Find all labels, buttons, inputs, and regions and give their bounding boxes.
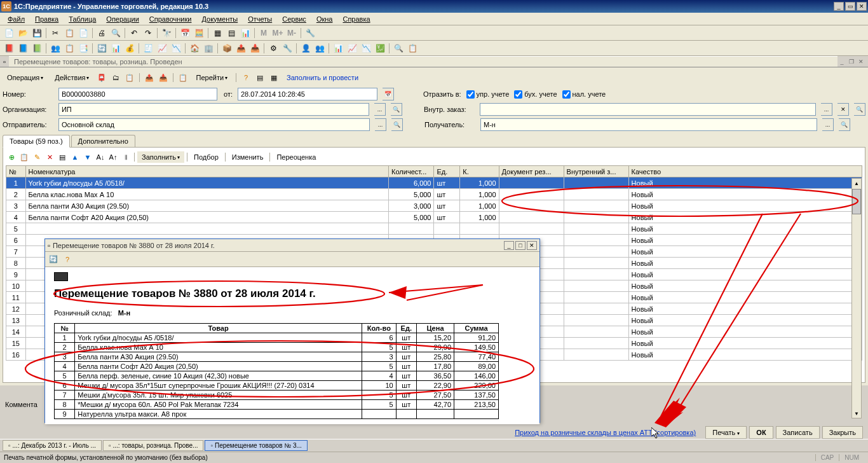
int-order-open-button[interactable]: 🔍 — [854, 103, 865, 116]
maximize-button[interactable]: ▭ — [845, 2, 855, 11]
tb2-25[interactable]: 💹 — [374, 42, 386, 55]
chk-upr[interactable]: упр. учете — [466, 90, 510, 99]
grid-col-header[interactable]: Внутренний з... — [564, 166, 628, 177]
table-row[interactable]: 2Белла клас.нова Мах А 105,000шт1,000Нов… — [6, 189, 862, 200]
doc-restore-button[interactable]: ❐ — [847, 57, 856, 66]
grid-icon[interactable]: ▤ — [225, 27, 238, 39]
save-icon[interactable]: 💾 — [31, 27, 43, 39]
report-titlebar[interactable]: ▫ Перемещение товаров № 3880 от 28 июля … — [45, 239, 539, 252]
tab-goods[interactable]: Товары (59 поз.) — [3, 135, 70, 148]
open-icon[interactable]: 📂 — [17, 27, 29, 39]
minimize-button[interactable]: _ — [834, 2, 844, 11]
menu-catalogs[interactable]: Справочники — [144, 14, 197, 24]
ok-button[interactable]: ОК — [749, 426, 773, 439]
menu-reports[interactable]: Отчеты — [243, 14, 277, 24]
grid-copy-icon[interactable]: 📋 — [18, 151, 30, 163]
sender-open-button[interactable]: 🔍 — [391, 118, 403, 131]
tb2-12[interactable]: 📉 — [170, 42, 182, 55]
grid-up-icon[interactable]: ▤ — [57, 151, 68, 163]
footer-link-button[interactable]: Приход на розничные склады в ценах АТТ (… — [508, 426, 703, 439]
tb2-16[interactable]: 📤 — [234, 42, 247, 55]
action-list-icon[interactable]: 📋 — [177, 72, 189, 83]
save-button[interactable]: Записать — [776, 426, 820, 439]
menu-operations[interactable]: Операции — [101, 14, 144, 24]
actions-menu[interactable]: Действия▾ — [50, 72, 93, 83]
tb2-19[interactable]: 🔧 — [281, 42, 294, 55]
menu-edit[interactable]: Правка — [30, 14, 64, 24]
tab-additional[interactable]: Дополнительно — [71, 135, 135, 147]
grid-moveup-icon[interactable]: ▲ — [69, 151, 81, 163]
grid-movedown-icon[interactable]: ▼ — [82, 151, 93, 163]
tb2-2[interactable]: 📘 — [17, 42, 29, 55]
scroll-up-icon[interactable]: ▲ — [852, 179, 861, 188]
tb2-24[interactable]: 📉 — [360, 42, 372, 55]
doc-close-button[interactable]: ✕ — [857, 57, 865, 66]
calendar-icon[interactable]: 🧮 — [193, 27, 205, 39]
menu-table[interactable]: Таблица — [64, 14, 101, 24]
task-btn-1[interactable]: ▫ ...: товары, розница. Прове... — [103, 440, 204, 451]
action-copy-icon[interactable]: 📋 — [124, 72, 135, 83]
action-card-icon[interactable]: 🗂 — [110, 72, 121, 83]
tb2-22[interactable]: 📊 — [332, 42, 344, 55]
close-button[interactable]: ✕ — [857, 2, 867, 11]
grid-revalue-button[interactable]: Переоценка — [273, 152, 320, 162]
sender-select-button[interactable]: ... — [375, 118, 386, 131]
tb2-11[interactable]: 📈 — [156, 42, 168, 55]
print-button[interactable]: Печать ▾ — [705, 426, 747, 439]
m-minus-icon[interactable]: M- — [285, 27, 298, 39]
grid-col-header[interactable]: № — [6, 166, 26, 177]
report-maximize-button[interactable]: □ — [515, 241, 526, 250]
grid-change-button[interactable]: Изменить — [228, 152, 268, 162]
report-close-button[interactable]: ✕ — [527, 241, 537, 250]
action-up-icon[interactable]: 📤 — [144, 72, 155, 83]
menu-documents[interactable]: Документы — [196, 14, 243, 24]
grid-fill-menu[interactable]: Заполнить▾ — [137, 151, 184, 163]
recipient-input[interactable] — [480, 118, 817, 131]
calc-icon[interactable]: 📅 — [179, 27, 191, 39]
recipient-open-button[interactable]: 🔍 — [839, 118, 850, 131]
redo-icon[interactable]: ↷ — [142, 27, 154, 39]
date-input[interactable] — [238, 88, 377, 100]
grid-col-header[interactable]: Ед. — [434, 166, 460, 177]
grid-col-header[interactable]: Номенклатура — [25, 166, 388, 177]
tb2-7[interactable]: 🔄 — [95, 42, 108, 55]
settings-icon[interactable]: 🔧 — [304, 27, 316, 39]
action-down-icon[interactable]: 📥 — [158, 72, 169, 83]
task-btn-0[interactable]: ▫ ...: Декабрь 2013 г. - Июль ... — [3, 440, 102, 451]
report-minimize-button[interactable]: _ — [504, 241, 514, 250]
int-order-input[interactable] — [480, 103, 816, 116]
find-icon[interactable]: 🔭 — [160, 27, 173, 39]
copy-icon[interactable]: 📋 — [63, 27, 76, 39]
tb2-17[interactable]: 📥 — [248, 42, 261, 55]
fill-and-post-button[interactable]: Заполнить и провести — [282, 72, 363, 83]
grid-col-header[interactable]: Количест... — [389, 166, 434, 177]
grid-col-header[interactable]: К. — [460, 166, 499, 177]
tb2-13[interactable]: 🏠 — [188, 42, 201, 55]
tb2-27[interactable]: 📋 — [406, 42, 419, 55]
number-input[interactable] — [58, 88, 217, 100]
grid-delete-icon[interactable]: ✕ — [44, 151, 55, 163]
tb2-26[interactable]: 🔍 — [392, 42, 405, 55]
tb2-5[interactable]: 📋 — [63, 42, 76, 55]
org-open-button[interactable]: 🔍 — [391, 103, 402, 116]
chk-buh[interactable]: бух. учете — [514, 90, 557, 99]
date-picker-button[interactable]: 📅 — [383, 88, 394, 100]
action-form1-icon[interactable]: ▤ — [254, 72, 266, 83]
paste-icon[interactable]: 📄 — [77, 27, 90, 39]
operation-menu[interactable]: Операция▾ — [3, 72, 48, 83]
m-plus-icon[interactable]: M+ — [271, 27, 284, 39]
int-order-clear-button[interactable]: ✕ — [837, 103, 849, 116]
table-row[interactable]: 3Белла панти А30 Акция (29.50)3,000шт1,0… — [6, 200, 862, 212]
tb2-4[interactable]: 👥 — [49, 42, 62, 55]
grid-col-header[interactable]: Документ рез... — [499, 166, 564, 177]
grid-sort-desc-icon[interactable]: A↑ — [107, 151, 119, 163]
report-icon[interactable]: 📊 — [239, 27, 252, 39]
tb2-6[interactable]: 📑 — [77, 42, 90, 55]
undo-icon[interactable]: ↶ — [128, 27, 140, 39]
grid-sort-asc-icon[interactable]: A↓ — [95, 151, 106, 163]
doc-minimize-button[interactable]: _ — [837, 57, 846, 66]
action-help-icon[interactable]: ? — [240, 72, 252, 83]
tb2-20[interactable]: 👤 — [299, 42, 312, 55]
tb2-10[interactable]: 🧾 — [142, 42, 154, 55]
tb2-21[interactable]: 👥 — [313, 42, 326, 55]
